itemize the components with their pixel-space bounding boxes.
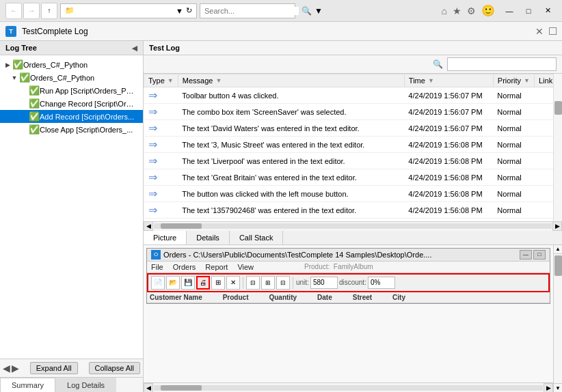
log-v-scrollbar[interactable] [553,74,562,221]
col-quantity: Quantity [269,294,297,301]
row-time-cell: 4/24/2019 1:56:07 PM [404,120,493,137]
search-dropdown-icon[interactable]: ▼ [315,6,323,16]
minimize-button[interactable]: — [500,4,518,18]
tab-picture[interactable]: Picture [144,231,187,244]
scroll-thumb[interactable] [161,223,202,229]
log-details-tab[interactable]: Log Details [55,378,116,392]
up-button[interactable]: ↑ [41,3,57,19]
log-v-scrollbar-thumb[interactable] [554,101,562,115]
col-header-priority[interactable]: Priority ▼ [493,74,534,87]
table-row[interactable]: ⇒ The text 'David Waters' was entered in… [144,120,562,137]
preview-scroll-left[interactable]: ◀ [144,383,153,393]
tree-area[interactable]: ▶ ✅ Orders_C#_Python ▼ ✅ Orders_C#_Pytho… [0,55,143,359]
list-item[interactable]: ▼ ✅ Orders_C#_Python [0,71,143,84]
product-label: Product: FamilyAlbum [304,263,373,271]
settings-icon[interactable]: ⚙ [467,5,476,16]
spacer [19,113,29,120]
log-search-icon[interactable]: 🔍 [431,57,444,71]
scroll-left-arrow[interactable]: ◀ [144,221,153,231]
app-close-button[interactable]: ✕ [535,26,544,37]
title-bar-left: ← → ↑ 📁 C:\Tempt\VSTestProject\TestResul… [5,3,295,19]
forward-button[interactable]: → [23,3,40,19]
menu-file[interactable]: File [151,263,163,271]
menu-report[interactable]: Report [205,263,228,271]
expand-arrow-icon[interactable]: ▼ [10,74,19,81]
tool-print-btn[interactable]: 🖨 [196,276,210,290]
status-icon: ✅ [29,124,40,135]
search-input[interactable] [204,7,299,15]
scroll-track[interactable] [154,223,552,229]
row-time-cell: 4/24/2019 1:56:08 PM [404,186,493,202]
list-item[interactable]: ✅ Add Record [Script\Orders... [0,110,143,123]
maximize-button[interactable]: □ [520,4,537,18]
tool-r2-btn[interactable]: ⊞ [261,276,275,290]
preview-scroll-track-h[interactable] [154,385,543,391]
col-header-message[interactable]: Message ▼ [178,74,404,87]
tool-r3-btn[interactable]: ⊟ [276,276,290,290]
summary-tab[interactable]: Summary [0,378,55,392]
address-input[interactable]: C:\Tempt\VSTestProject\TestResults\teste… [77,7,173,15]
scroll-right-arrow[interactable]: ▶ [552,221,562,231]
table-row[interactable]: ⇒ The text 'Great Britain' was entered i… [144,169,562,186]
tool-settings-btn[interactable]: ⊞ [211,276,225,290]
log-toolbar: 🔍 [144,55,562,74]
menu-view[interactable]: View [237,263,254,271]
tool-new-btn[interactable]: 📄 [151,276,165,290]
tab-callstack[interactable]: Call Stack [230,231,284,244]
preview-scroll-up[interactable]: ▲ [554,245,562,254]
right-panel: Test Log 🔍 Type ▼ [144,41,562,392]
menu-orders[interactable]: Orders [173,263,196,271]
log-search-input[interactable] [447,57,557,71]
search-bar[interactable]: 🔍 ▼ [200,3,295,18]
favorites-icon[interactable]: ★ [453,5,461,16]
dropdown-icon[interactable]: ▼ [176,7,183,15]
list-item[interactable]: ✅ Run App [Script\Orders_Py... [0,84,143,97]
orders-title-bar: O Orders - C:\Users\Public\Documents\Tes… [147,249,550,262]
preview-scroll-down[interactable]: ▼ [554,383,562,392]
address-bar[interactable]: 📁 C:\Tempt\VSTestProject\TestResults\tes… [60,3,197,18]
scroll-left-icon[interactable]: ◀ [3,363,10,374]
col-header-time[interactable]: Time ▼ [404,74,493,87]
tool-delete-btn[interactable]: ✕ [226,276,240,290]
preview-scroll-right[interactable]: ▶ [544,383,553,393]
orders-maximize-btn[interactable]: □ [533,250,546,260]
preview-scroll-thumb[interactable] [554,255,562,276]
row-type-cell: ⇒ [144,202,178,219]
table-row[interactable]: ⇒ The button was clicked with the left m… [144,186,562,202]
table-row[interactable]: ⇒ Toolbar button 4 was clicked. 4/24/201… [144,87,562,104]
table-row[interactable]: ⇒ The text '1357902468' was entered in t… [144,202,562,219]
close-button[interactable]: ✕ [539,4,557,18]
back-button[interactable]: ← [5,3,22,19]
h-scrollbar[interactable]: ◀ ▶ [144,221,562,231]
tool-r1-btn[interactable]: ⊟ [246,276,260,290]
list-item[interactable]: ✅ Change Record [Script\Ord... [0,97,143,110]
expand-arrow-icon[interactable]: ▶ [3,61,12,68]
col-header-type[interactable]: Type ▼ [144,74,178,87]
refresh-icon[interactable]: ↻ [186,6,192,15]
preview-v-scrollbar[interactable]: ▲ ▼ [553,245,562,393]
orders-minimize-btn[interactable]: — [520,250,532,260]
log-table-container[interactable]: Type ▼ Message ▼ Time [144,74,562,221]
table-row[interactable]: ⇒ The combo box item 'ScreenSaver' was s… [144,104,562,120]
preview-scroll-track[interactable] [554,254,562,384]
scroll-right-icon[interactable]: ▶ [12,363,19,374]
tool-save-btn[interactable]: 💾 [181,276,195,290]
preview-h-scrollbar[interactable]: ◀ ▶ [144,382,553,392]
app-restore-button[interactable]: □ [549,24,557,38]
table-row[interactable]: ⇒ The text '3, Music Street' was entered… [144,137,562,153]
list-item[interactable]: ✅ Close App [Script\Orders_... [0,123,143,136]
home-icon[interactable]: ⌂ [442,5,447,16]
discount-input[interactable] [368,277,395,289]
tab-details[interactable]: Details [187,231,230,244]
collapse-all-button[interactable]: Collapse All [89,362,140,374]
search-icon[interactable]: 🔍 [302,6,312,16]
expand-all-button[interactable]: Expand All [30,362,78,374]
row-message-cell: The text 'Great Britain' was entered in … [178,169,404,186]
list-item[interactable]: ▶ ✅ Orders_C#_Python [0,58,143,71]
tool-open-btn[interactable]: 📂 [166,276,180,290]
unit-input[interactable] [310,277,338,289]
panel-collapse-button[interactable]: ◀ [132,44,137,52]
tree-item-label: Orders_C#_Python [30,74,94,82]
table-row[interactable]: ⇒ The text 'Liverpool' was entered in th… [144,153,562,169]
preview-scroll-thumb-h[interactable] [161,385,202,391]
